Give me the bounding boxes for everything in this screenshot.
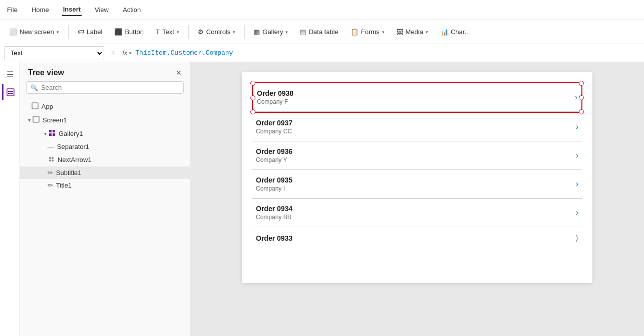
menu-action[interactable]: Action <box>122 4 142 16</box>
handle-middle-left[interactable] <box>250 95 255 100</box>
handle-top-left[interactable] <box>250 81 255 86</box>
list-item[interactable]: Order 0935 Company I › <box>252 170 582 199</box>
forms-icon: 📋 <box>351 28 359 36</box>
screen-icon <box>33 116 40 124</box>
svg-point-10 <box>52 157 54 159</box>
svg-rect-3 <box>32 103 38 109</box>
tree-item-nextarrow1[interactable]: NextArrow1 <box>20 153 190 166</box>
label-button[interactable]: 🏷 Label <box>73 26 108 38</box>
item-title: Order 0934 <box>256 205 576 213</box>
svg-rect-0 <box>7 89 14 96</box>
layers-icon[interactable] <box>2 84 18 100</box>
chevron-right-icon: › <box>576 122 578 131</box>
list-item[interactable]: Order 0934 Company BB › <box>252 199 582 227</box>
item-subtitle: Company Y <box>256 156 576 163</box>
tree-item-label: NextArrow1 <box>58 156 92 163</box>
nextarrow-icon <box>48 155 55 164</box>
list-item[interactable]: Order 0936 Company Y › <box>252 141 582 170</box>
expand-icon <box>28 104 30 109</box>
svg-point-9 <box>49 157 51 159</box>
tree-panel-title: Tree view <box>28 68 64 77</box>
svg-rect-5 <box>49 130 52 132</box>
chevron-down-icon: ▾ <box>233 30 235 35</box>
subtitle-icon: ✏ <box>48 169 53 177</box>
tree-item-label: Gallery1 <box>59 130 83 137</box>
gallery-tree-icon <box>49 129 56 138</box>
tree-item-label: Separator1 <box>57 143 89 150</box>
chevron-down-icon: ▾ <box>285 30 288 35</box>
item-title: Order 0933 <box>256 234 575 242</box>
item-content: Order 0937 Company CC <box>256 119 576 135</box>
tree-item-subtitle1[interactable]: ✏ Subtitle1 <box>20 166 190 179</box>
svg-rect-8 <box>53 133 55 136</box>
svg-rect-4 <box>33 116 39 122</box>
svg-point-11 <box>49 159 51 161</box>
item-subtitle: Company BB <box>256 214 576 221</box>
svg-rect-1 <box>8 91 13 92</box>
selected-item-title: Order 0938 <box>257 89 575 97</box>
menu-insert[interactable]: Insert <box>62 4 82 16</box>
sidebar-icons: ☰ <box>0 62 20 336</box>
fx-button[interactable]: fx ▾ <box>122 49 131 57</box>
chevron-down-icon: ▾ <box>177 30 179 35</box>
chart-button[interactable]: 📊 Char... <box>435 26 475 38</box>
list-item[interactable]: Order 0937 Company CC › <box>252 113 582 141</box>
divider <box>244 25 245 39</box>
tree-item-label: Subtitle1 <box>56 169 82 177</box>
tree-item-screen1[interactable]: ▾ Screen1 <box>20 113 190 127</box>
media-icon: 🖼 <box>397 28 403 36</box>
data-table-button[interactable]: ▤ Data table <box>295 26 343 38</box>
label-icon: 🏷 <box>78 28 84 36</box>
chevron-right-icon: › <box>576 151 578 160</box>
item-content: Order 0934 Company BB <box>256 205 576 221</box>
tree-item-title1[interactable]: ✏ Title1 <box>20 179 190 192</box>
tree-item-gallery1[interactable]: ▾ Gallery1 <box>20 127 190 140</box>
item-title: Order 0936 <box>256 147 576 155</box>
formula-bar: Text = fx ▾ <box>0 44 644 62</box>
app-screen: Order 0938 Company F › Order 0937 Compan… <box>242 72 592 283</box>
title-icon: ✏ <box>48 182 53 189</box>
text-button[interactable]: T Text ▾ <box>151 26 184 38</box>
tree-close-button[interactable]: ✕ <box>176 69 182 77</box>
svg-rect-2 <box>8 93 13 94</box>
hamburger-menu-icon[interactable]: ☰ <box>2 66 18 82</box>
tree-item-label: App <box>42 103 53 110</box>
tree-item-separator1[interactable]: — Separator1 <box>20 140 190 153</box>
tree-item-app[interactable]: App <box>20 100 190 113</box>
menu-file[interactable]: File <box>6 4 19 16</box>
forms-button[interactable]: 📋 Forms ▾ <box>346 26 390 38</box>
chart-icon: 📊 <box>440 28 448 36</box>
selected-item-text: Order 0938 Company F <box>257 89 575 105</box>
handle-middle-right[interactable] <box>579 95 584 100</box>
tree-header: Tree view ✕ <box>20 62 190 81</box>
chevron-down-icon: ▾ <box>129 51 131 56</box>
formula-input[interactable] <box>135 46 640 60</box>
new-screen-button[interactable]: ⬜ New screen ▾ <box>4 26 64 38</box>
gallery-selected-item[interactable]: Order 0938 Company F › <box>252 82 582 113</box>
data-table-icon: ▤ <box>300 28 306 36</box>
gallery-button[interactable]: ▦ Gallery ▾ <box>249 26 293 38</box>
toolbar: ⬜ New screen ▾ 🏷 Label ⬛ Button T Text ▾… <box>0 20 644 44</box>
expand-icon: ▾ <box>44 131 47 136</box>
chevron-down-icon: ▾ <box>382 30 385 35</box>
tree-panel: Tree view ✕ 🔍 App ▾ <box>20 62 190 336</box>
tree-items: App ▾ Screen1 ▾ <box>20 98 190 336</box>
button-button[interactable]: ⬛ Button <box>109 26 149 38</box>
controls-button[interactable]: ⚙ Controls ▾ <box>193 26 240 38</box>
selected-item-content: Order 0938 Company F › <box>253 83 581 112</box>
handle-top-right[interactable] <box>579 81 584 86</box>
separator-icon: — <box>48 143 54 150</box>
chevron-partial-icon: ⟩ <box>575 233 578 243</box>
search-icon: 🔍 <box>31 84 38 91</box>
property-select[interactable]: Text <box>4 46 104 60</box>
button-icon: ⬛ <box>114 28 122 36</box>
list-item[interactable]: Order 0933 ⟩ <box>252 227 582 249</box>
expand-icon <box>44 157 46 162</box>
tree-item-label: Title1 <box>56 182 72 189</box>
media-button[interactable]: 🖼 Media ▾ <box>392 26 433 38</box>
menu-view[interactable]: View <box>94 4 110 16</box>
menu-home[interactable]: Home <box>31 4 50 16</box>
controls-icon: ⚙ <box>198 28 204 36</box>
search-input[interactable] <box>41 84 179 91</box>
item-subtitle: Company CC <box>256 128 576 135</box>
